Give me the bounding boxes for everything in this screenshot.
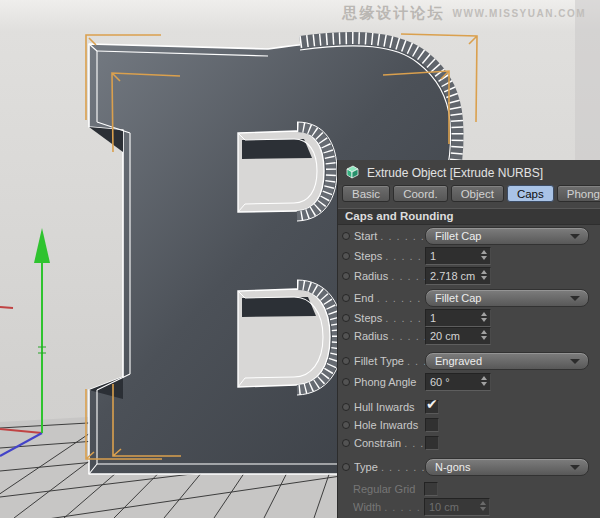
tab-basic[interactable]: Basic (342, 185, 390, 202)
regular-grid-checkbox (424, 482, 438, 496)
row-phong-angle: Phong Angle 60 ° (341, 373, 595, 390)
row-width: Width . . . . . . 10 cm (341, 498, 595, 515)
end-radius-stepper[interactable]: 20 cm (425, 327, 491, 345)
anim-dot[interactable] (342, 232, 350, 240)
fillet-type-dropdown[interactable]: Engraved (425, 352, 589, 370)
tab-caps[interactable]: Caps (507, 185, 554, 202)
constrain-checkbox[interactable] (425, 436, 439, 450)
tab-object[interactable]: Object (451, 185, 504, 202)
anim-dot[interactable] (342, 314, 350, 322)
anim-dot[interactable] (342, 378, 350, 386)
param-label: Radius (354, 330, 388, 342)
anim-dot[interactable] (342, 272, 350, 280)
counter-top (238, 122, 337, 221)
x-axis-tip-dash (0, 307, 13, 308)
counter-bottom (238, 280, 343, 395)
stepper-arrows-icon[interactable] (481, 330, 487, 340)
row-end: End . . . . . . . . . Fillet Cap (341, 289, 595, 306)
attribute-manager-panel: Extrude Object [Extrude NURBS] Basic Coo… (337, 160, 600, 518)
anim-dot[interactable] (342, 403, 350, 411)
chevron-down-icon (570, 296, 580, 301)
panel-title: Extrude Object [Extrude NURBS] (367, 166, 543, 180)
hull-inwards-checkbox[interactable]: ✔ (425, 400, 439, 414)
start-cap-dropdown[interactable]: Fillet Cap (425, 227, 589, 245)
param-label: End (354, 292, 374, 304)
anim-dot[interactable] (342, 463, 350, 471)
param-label: Hole Inwards (354, 419, 418, 431)
param-label: Hull Inwards (354, 401, 415, 413)
param-label: Width (353, 501, 381, 513)
anim-dot[interactable] (342, 294, 350, 302)
section-caps-and-rounding: Caps and Rounding (338, 208, 600, 225)
phong-angle-stepper[interactable]: 60 ° (425, 373, 491, 391)
row-regular-grid: Regular Grid (341, 480, 595, 497)
param-label: Fillet Type (354, 355, 404, 367)
row-fillet-type: Fillet Type . . . . Engraved (341, 352, 595, 369)
param-label: Steps (354, 312, 382, 324)
row-constrain: Constrain . . . . (341, 434, 595, 451)
row-hole-inwards: Hole Inwards (341, 416, 595, 433)
row-start-steps: Steps . . . . . . . . 1 (341, 247, 595, 264)
tab-phong[interactable]: Phong (557, 185, 600, 202)
param-label: Radius (354, 270, 388, 282)
end-steps-stepper[interactable]: 1 (425, 309, 491, 327)
stepper-arrows-icon[interactable] (481, 250, 487, 260)
watermark-site-name: 思缘设计论坛 (343, 4, 445, 23)
watermark-site-url: WWW.MISSYUAN.COM (453, 8, 586, 19)
hole-inwards-checkbox[interactable] (425, 418, 439, 432)
panel-tabs: Basic Coord. Object Caps Phong (338, 185, 600, 204)
param-label: Steps (354, 250, 382, 262)
row-hull-inwards: Hull Inwards ✔ (341, 398, 595, 415)
row-start-radius: Radius . . . . . . . 2.718 cm (341, 267, 595, 284)
anim-dot[interactable] (342, 357, 350, 365)
row-end-radius: Radius . . . . . . . 20 cm (341, 327, 595, 344)
start-radius-stepper[interactable]: 2.718 cm (425, 267, 491, 285)
stepper-arrows-icon[interactable] (481, 312, 487, 322)
stepper-arrows-icon[interactable] (481, 376, 487, 386)
stepper-arrows-icon[interactable] (481, 270, 487, 280)
anim-dot[interactable] (342, 332, 350, 340)
row-end-steps: Steps . . . . . . . . 1 (341, 309, 595, 326)
anim-dot[interactable] (342, 439, 350, 447)
width-stepper: 10 cm (424, 498, 490, 516)
type-dropdown[interactable]: N-gons (425, 458, 589, 476)
stepper-arrows-icon (480, 501, 486, 511)
row-type: Type . . . . . . . . N-gons (341, 458, 595, 475)
start-steps-stepper[interactable]: 1 (425, 247, 491, 265)
chevron-down-icon (570, 359, 580, 364)
row-start: Start . . . . . . . . . Fillet Cap (341, 227, 595, 244)
end-cap-dropdown[interactable]: Fillet Cap (425, 289, 589, 307)
param-label: Type (354, 461, 378, 473)
anim-dot[interactable] (342, 252, 350, 260)
param-label: Start (354, 230, 377, 242)
extrude-object-cube-icon (345, 165, 360, 180)
y-axis-arrow-icon (34, 228, 50, 433)
param-label: Constrain (354, 437, 401, 449)
tab-coord[interactable]: Coord. (393, 185, 448, 202)
chevron-down-icon (570, 234, 580, 239)
watermark: 思缘设计论坛 WWW.MISSYUAN.COM (343, 4, 586, 23)
param-label: Regular Grid (353, 483, 415, 495)
param-label: Phong Angle (354, 376, 416, 388)
chevron-down-icon (570, 465, 580, 470)
panel-header: Extrude Object [Extrude NURBS] (338, 160, 600, 185)
anim-dot[interactable] (342, 421, 350, 429)
